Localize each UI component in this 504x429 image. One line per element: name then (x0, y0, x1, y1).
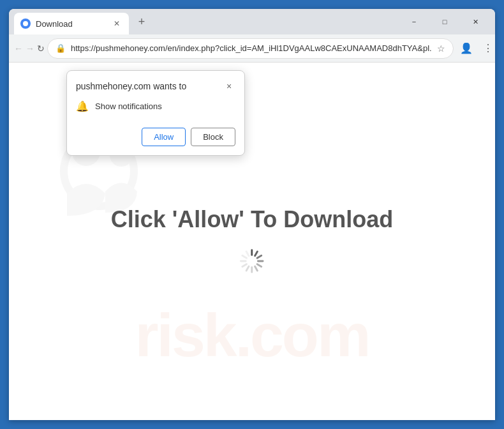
svg-line-5 (255, 252, 258, 256)
menu-button[interactable]: ⋮ (478, 38, 495, 59)
url-text: https://pushmehoney.com/en/index.php?cli… (71, 43, 432, 53)
address-bar: ← → ↻ 🔒 https://pushmehoney.com/en/index… (9, 34, 495, 63)
svg-line-6 (257, 255, 262, 258)
address-actions: 👤 ⋮ (456, 38, 495, 59)
tab-close-button[interactable]: ✕ (111, 18, 122, 29)
popup-title: pushmehoney.com wants to (76, 81, 186, 91)
secure-icon: 🔒 (56, 43, 66, 53)
svg-line-12 (242, 264, 247, 267)
refresh-button[interactable]: ↻ (37, 38, 45, 59)
window-controls: − □ ✕ (399, 9, 493, 34)
svg-text:risk.com: risk.com (135, 301, 369, 369)
minimize-button[interactable]: − (399, 11, 429, 32)
svg-line-11 (246, 266, 249, 271)
svg-line-14 (242, 255, 247, 258)
popup-close-button[interactable]: × (223, 80, 235, 93)
click-allow-heading: Click 'Allow' To Download (111, 206, 393, 233)
svg-line-9 (255, 266, 258, 271)
popup-permission-row: 🔔 Show notifications (67, 98, 244, 123)
bell-icon: 🔔 (76, 100, 89, 112)
forward-button[interactable]: → (26, 38, 34, 59)
popup-actions: Allow Block (67, 123, 244, 155)
browser-window: Download ✕ + − □ ✕ ← → ↻ 🔒 https://pushm… (9, 9, 495, 420)
svg-line-15 (246, 252, 249, 256)
block-button[interactable]: Block (191, 128, 235, 146)
page-main-content: Click 'Allow' To Download (111, 206, 393, 276)
permission-text: Show notifications (95, 102, 162, 111)
title-bar: Download ✕ + − □ ✕ (9, 9, 495, 34)
page-content: risk.com Click 'Allow' To Download (9, 63, 495, 420)
url-bar[interactable]: 🔒 https://pushmehoney.com/en/index.php?c… (47, 38, 454, 59)
tab-strip: Download ✕ + (9, 9, 399, 34)
svg-line-8 (257, 264, 262, 267)
back-button[interactable]: ← (14, 38, 23, 59)
maximize-button[interactable]: □ (430, 11, 459, 32)
new-tab-button[interactable]: + (133, 13, 151, 31)
allow-button[interactable]: Allow (142, 128, 186, 146)
bookmark-icon[interactable]: ☆ (437, 43, 445, 54)
spinner-svg (237, 246, 267, 276)
tab-title: Download (36, 19, 106, 29)
profile-button[interactable]: 👤 (456, 38, 477, 59)
notification-popup: pushmehoney.com wants to × 🔔 Show notifi… (66, 70, 245, 156)
close-button[interactable]: ✕ (461, 11, 490, 32)
active-tab[interactable]: Download ✕ (14, 13, 129, 34)
popup-header: pushmehoney.com wants to × (67, 71, 244, 98)
tab-favicon (20, 19, 31, 29)
loading-spinner (111, 246, 393, 276)
